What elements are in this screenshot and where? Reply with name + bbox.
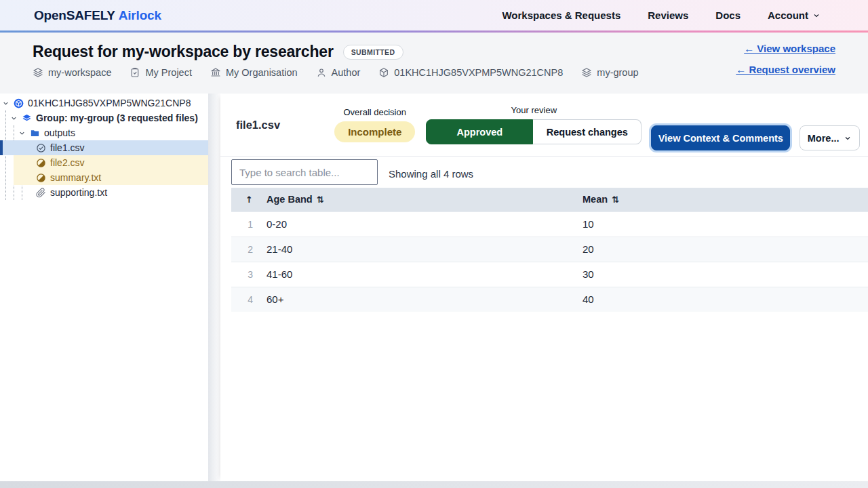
file-detail-panel: file1.csv Overall decision Incomplete Yo… [220,94,868,481]
top-navigation-bar: OpenSAFELYAirlock Workspaces & Requests … [0,0,868,30]
overall-decision-label: Overall decision [343,107,406,117]
your-review-label: Your review [511,105,557,115]
table-toolbar: Showing all 4 rows [220,157,868,188]
page: OpenSAFELYAirlock Workspaces & Requests … [0,0,868,488]
mean-column-header[interactable]: Mean⇅ [576,188,868,211]
chevron-down-icon[interactable] [2,100,9,107]
tree-item-outputs-folder[interactable]: outputs [0,125,208,140]
table-row: 3 41-60 30 [231,262,868,287]
clipboard-icon [130,67,140,78]
data-table: ↑ Age Band⇅ Mean⇅ 1 0-20 10 2 21-40 20 [231,188,868,312]
meta-workspace: my-workspace [33,67,111,78]
overall-decision-block: Overall decision Incomplete [334,107,415,142]
your-review-block: Your review Approved Request changes [426,105,642,144]
overall-decision-badge: Incomplete [334,121,415,142]
layers-icon [33,67,43,78]
row-count-status: Showing all 4 rows [389,168,473,180]
brand-logo[interactable]: OpenSAFELYAirlock [34,8,161,23]
brand-secondary: Airlock [119,8,161,22]
chevron-down-icon [812,12,821,20]
nav-account-menu[interactable]: Account [768,9,821,21]
layers-icon [22,113,32,123]
airlock-circle-icon [14,98,24,108]
table-header-row: ↑ Age Band⇅ Mean⇅ [231,188,868,211]
view-context-comments-button[interactable]: View Context & Comments [651,125,790,150]
sidebar-resize-handle[interactable] [208,94,220,481]
approved-button[interactable]: Approved [426,119,533,144]
age-band-column-header[interactable]: Age Band⇅ [260,188,576,211]
layers-icon [581,67,592,78]
tree-item-file2[interactable]: file2.csv [0,155,208,170]
tree-item-file1[interactable]: file1.csv [0,140,208,155]
search-input[interactable] [231,159,378,185]
cube-icon [378,67,389,78]
tree-item-request-root[interactable]: 01KHC1HJG85VXPMP5WNG21CNP8 [0,96,208,110]
check-circle-icon [36,143,46,153]
file-tree: 01KHC1HJG85VXPMP5WNG21CNP8 Group: my-gro… [0,94,208,200]
file-tree-sidebar: 01KHC1HJG85VXPMP5WNG21CNP8 Group: my-gro… [0,94,208,481]
paperclip-icon [36,188,46,198]
tree-item-summary[interactable]: summary.txt [0,170,208,185]
folder-icon [30,128,40,138]
meta-author: Author [316,67,361,78]
row-number-column-header[interactable]: ↑ [231,188,260,211]
page-title: Request for my-workspace by researcher [33,43,334,61]
meta-organisation: My Organisation [210,67,298,78]
table-row: 1 0-20 10 [231,211,868,237]
tree-item-group[interactable]: Group: my-group (3 requested files) [0,110,208,125]
request-overview-link[interactable]: ← Request overview [736,64,835,75]
meta-group: my-group [581,67,638,78]
meta-request-id: 01KHC1HJG85VXPMP5WNG21CNP8 [378,67,563,78]
nav-docs[interactable]: Docs [715,9,741,21]
meta-project: My Project [130,67,192,78]
status-badge: SUBMITTED [343,45,403,60]
chevron-down-icon[interactable] [10,115,18,122]
header-links: ← View workspace ← Request overview [736,43,835,75]
nav-workspaces-requests[interactable]: Workspaces & Requests [502,9,620,21]
topnav-links: Workspaces & Requests Reviews Docs Accou… [502,9,821,21]
nav-reviews[interactable]: Reviews [648,9,688,21]
chevron-down-icon[interactable] [18,129,26,137]
chevron-down-icon [844,134,852,142]
sort-toggle-icon: ⇅ [317,195,324,205]
bank-icon [210,67,221,78]
request-header: Request for my-workspace by researcher S… [0,33,868,94]
table-row: 4 60+ 40 [231,287,868,312]
request-changes-button[interactable]: Request changes [533,119,642,144]
review-button-group: Approved Request changes [426,119,642,144]
tree-item-supporting[interactable]: supporting.txt [0,185,208,200]
review-pending-icon [36,173,46,183]
review-pending-icon [36,158,46,168]
more-menu-button[interactable]: More... [800,125,860,150]
data-table-wrap: ↑ Age Band⇅ Mean⇅ 1 0-20 10 2 21-40 20 [220,188,868,312]
view-workspace-link[interactable]: ← View workspace [744,43,835,54]
file-title: file1.csv [236,119,280,131]
sort-asc-icon: ↑ [245,195,253,205]
file-header: file1.csv Overall decision Incomplete Yo… [220,94,868,157]
table-row: 2 21-40 20 [231,237,868,262]
person-icon [316,67,327,78]
sort-toggle-icon: ⇅ [612,195,619,205]
brand-primary: OpenSAFELY [34,8,115,22]
